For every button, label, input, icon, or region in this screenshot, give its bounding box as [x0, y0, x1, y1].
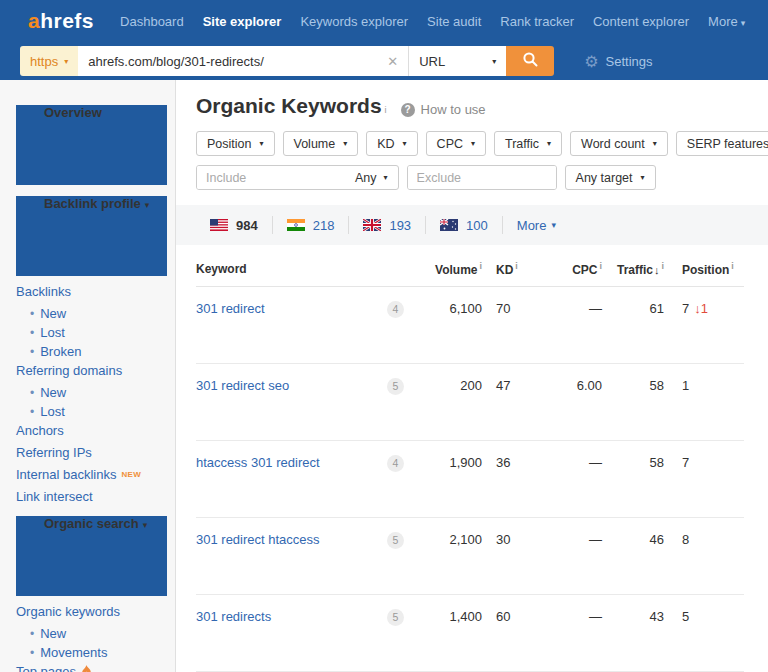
include-input[interactable]: [197, 166, 345, 189]
country-tab[interactable]: 193: [349, 216, 426, 234]
filter-dropdown-button[interactable]: Position ▾: [196, 131, 275, 156]
nav-item-label: Site audit: [427, 14, 481, 29]
keyword-link[interactable]: 301 redirect: [196, 301, 265, 316]
keyword-link[interactable]: htaccess 301 redirect: [196, 455, 320, 470]
sidebar-item[interactable]: Link intersect: [16, 489, 167, 505]
sidebar-item[interactable]: •Broken: [16, 344, 167, 360]
keyword-link[interactable]: 301 redirect seo: [196, 378, 289, 393]
filter-label: Word count: [581, 137, 645, 151]
nav-item[interactable]: Rank tracker: [500, 14, 574, 29]
settings-button[interactable]: ⚙ Settings: [584, 52, 652, 71]
gear-icon: ⚙: [584, 52, 598, 71]
filter-dropdown-button[interactable]: SERP features ▾: [676, 131, 768, 156]
col-kd[interactable]: KDi: [482, 245, 538, 287]
chevron-down-icon: ▾: [492, 57, 496, 66]
protocol-dropdown[interactable]: https ▾: [20, 46, 78, 76]
search-mode-label: URL: [419, 54, 445, 69]
keyword-link[interactable]: 301 redirects: [196, 609, 271, 624]
sidebar-item-label: New: [40, 306, 66, 321]
country-tab[interactable]: 100: [426, 216, 503, 234]
include-mode-dropdown[interactable]: Any ▾: [345, 166, 398, 189]
search-mode-dropdown[interactable]: URL ▾: [408, 46, 506, 76]
app-window: ahrefs Dashboard Site explorer Keywords …: [0, 0, 768, 672]
col-cpc[interactable]: CPCi: [538, 245, 602, 287]
filter-dropdown-button[interactable]: CPC ▾: [426, 131, 486, 156]
nav-item-label: Rank tracker: [500, 14, 574, 29]
bullet-icon: •: [30, 326, 34, 340]
filter-dropdown-button[interactable]: KD ▾: [366, 131, 417, 156]
position-value: 8: [682, 532, 689, 547]
bullet-icon: •: [30, 386, 34, 400]
sidebar-item[interactable]: Referring domains: [16, 363, 167, 379]
nav-items: Dashboard Site explorer Keywords explore…: [120, 14, 745, 29]
table-row: 301 redirect htaccess 5 2,100 30 — 46 8: [196, 518, 744, 595]
info-icon[interactable]: i: [385, 105, 387, 115]
volume-value: 6,100: [404, 287, 482, 364]
position-value: 5: [682, 609, 689, 624]
col-volume[interactable]: Volumei: [404, 245, 482, 287]
page-title: Organic Keywords: [196, 94, 382, 118]
sidebar-item[interactable]: Organic search▾: [16, 516, 167, 596]
filter-dropdown-button[interactable]: Word count ▾: [570, 131, 668, 156]
more-countries-dropdown[interactable]: More ▾: [517, 218, 556, 233]
ahrefs-logo[interactable]: ahrefs: [28, 9, 94, 33]
nav-item[interactable]: Dashboard: [120, 14, 184, 29]
filter-dropdown-button[interactable]: Traffic ▾: [494, 131, 562, 156]
any-target-dropdown[interactable]: Any target ▾: [565, 165, 656, 190]
serp-features-badge[interactable]: 5: [387, 378, 404, 395]
sidebar-item[interactable]: Backlink profile▾: [16, 196, 167, 276]
sidebar-item[interactable]: Backlinks: [16, 284, 167, 300]
col-keyword[interactable]: Keyword: [196, 245, 364, 287]
serp-features-badge[interactable]: 4: [387, 455, 404, 472]
clear-input-icon[interactable]: ✕: [385, 54, 400, 69]
search-button[interactable]: [506, 46, 554, 76]
nav-item[interactable]: Content explorer: [593, 14, 689, 29]
table-row: htaccess 301 redirect 4 1,900 36 — 58 7: [196, 441, 744, 518]
exclude-input[interactable]: [408, 166, 556, 189]
traffic-value: 46: [602, 518, 664, 595]
bullet-icon: •: [30, 405, 34, 419]
sidebar-item[interactable]: •Lost: [16, 404, 167, 420]
serp-features-badge[interactable]: 4: [387, 301, 404, 318]
sidebar-item[interactable]: •New: [16, 306, 167, 322]
sidebar-item[interactable]: •New: [16, 626, 167, 642]
australia-flag-icon: [440, 219, 458, 231]
sidebar-item[interactable]: •Movements: [16, 645, 167, 661]
sidebar-item-label: Broken: [40, 344, 81, 359]
logo-letter-a: a: [28, 9, 40, 32]
col-traffic-sorted[interactable]: Traffic↓i: [602, 245, 664, 287]
keyword-link[interactable]: 301 redirect htaccess: [196, 532, 320, 547]
country-tab[interactable]: 218: [273, 216, 350, 234]
sidebar-item[interactable]: •Lost: [16, 325, 167, 341]
col-position[interactable]: Positioni: [664, 245, 744, 287]
sidebar-item[interactable]: Top pages: [16, 664, 167, 672]
sidebar-item[interactable]: Anchors: [16, 423, 167, 439]
serp-features-badge[interactable]: 5: [387, 532, 404, 549]
nav-item[interactable]: Site explorer: [203, 14, 282, 29]
position-value: 7: [682, 301, 689, 316]
nav-item-label: Content explorer: [593, 14, 689, 29]
logo-rest: hrefs: [40, 9, 94, 32]
nav-item[interactable]: More▾: [708, 14, 745, 29]
sidebar-item[interactable]: •New: [16, 385, 167, 401]
filter-row: Position ▾ Volume ▾ KD ▾: [196, 131, 744, 156]
cpc-value: —: [538, 518, 602, 595]
chevron-down-icon: ▾: [143, 520, 148, 530]
target-url-input[interactable]: [88, 54, 385, 69]
sidebar-item-label: Anchors: [16, 423, 64, 438]
sidebar-item[interactable]: Overview: [16, 105, 167, 185]
nav-item[interactable]: Keywords explorer: [300, 14, 408, 29]
sidebar-item-label: Movements: [40, 645, 107, 660]
sidebar-item-label: Organic search: [44, 516, 139, 531]
protocol-label: https: [30, 54, 58, 69]
sidebar-item[interactable]: Organic keywords: [16, 604, 167, 620]
sidebar-item[interactable]: Referring IPs: [16, 445, 167, 461]
sidebar-item[interactable]: Internal backlinksNEW: [16, 467, 167, 483]
how-to-use-link[interactable]: ? How to use: [401, 102, 486, 117]
country-tab[interactable]: 984: [196, 216, 273, 234]
nav-item[interactable]: Site audit: [427, 14, 481, 29]
serp-features-badge[interactable]: 5: [387, 609, 404, 626]
chevron-down-icon: ▾: [145, 200, 150, 210]
filter-dropdown-button[interactable]: Volume ▾: [283, 131, 359, 156]
sidebar-item-label: Lost: [40, 404, 65, 419]
